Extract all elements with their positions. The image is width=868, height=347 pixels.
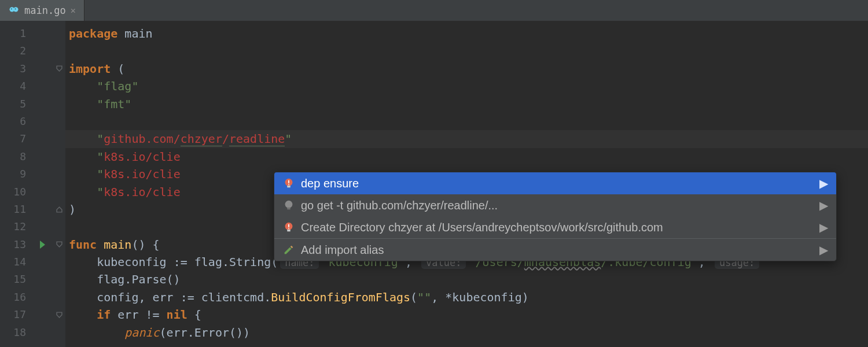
code-line: config, err := clientcmd.BuildConfigFrom… [65, 289, 868, 306]
close-tab-icon[interactable]: ✕ [71, 5, 76, 16]
line-number[interactable]: 6 [0, 113, 32, 130]
svg-rect-10 [288, 180, 289, 184]
run-gutter [32, 21, 53, 347]
svg-rect-13 [287, 208, 290, 210]
gutter-cell [32, 253, 53, 271]
intention-bulb-icon[interactable] [85, 116, 95, 127]
gutter-cell [32, 165, 53, 183]
intention-item[interactable]: dep ensure▶ [274, 172, 836, 194]
fold-toggle-icon[interactable] [53, 201, 65, 218]
fold-cell [53, 148, 65, 165]
gutter-cell [32, 324, 53, 341]
line-number[interactable]: 2 [0, 42, 32, 60]
code-line: if err != nil { [65, 306, 868, 323]
code-line: panic(err.Error()) [65, 324, 868, 341]
run-icon[interactable] [40, 241, 45, 249]
svg-rect-9 [287, 186, 290, 188]
fold-cell [53, 253, 65, 271]
bulb-red-icon [282, 221, 295, 234]
line-number[interactable]: 4 [0, 77, 32, 95]
line-number[interactable]: 13 [0, 236, 32, 253]
intention-label: Add import alias [301, 243, 384, 257]
editor: 123456789101112131415161718 package main… [0, 21, 868, 347]
fold-cell [53, 42, 65, 60]
fold-cell [53, 130, 65, 147]
gutter-cell [32, 77, 53, 95]
fold-cell [53, 95, 65, 113]
svg-rect-15 [287, 230, 290, 232]
code-line [65, 113, 868, 130]
gutter-cell [32, 42, 53, 60]
submenu-arrow-icon: ▶ [819, 220, 828, 234]
line-number[interactable]: 14 [0, 253, 32, 271]
svg-point-1 [13, 7, 18, 12]
fold-cell [53, 218, 65, 235]
fold-cell [53, 113, 65, 130]
code-line: "fmt" [65, 95, 868, 113]
line-number[interactable]: 11 [0, 201, 32, 218]
intention-item[interactable]: Add import alias▶ [274, 239, 836, 261]
gutter-cell [32, 289, 53, 306]
tab-filename: main.go [24, 5, 66, 16]
file-tab[interactable]: main.go ✕ [0, 0, 84, 21]
fold-gutter [53, 21, 65, 347]
bulb-grey-icon [282, 199, 295, 212]
gutter-cell [32, 306, 53, 323]
line-number[interactable]: 5 [0, 95, 32, 113]
fold-cell [53, 77, 65, 95]
bulb-red-icon [282, 177, 295, 190]
intention-label: go get -t github.com/chzyer/readline/... [301, 199, 498, 212]
gutter-cell [32, 271, 53, 288]
intention-label: Create Directory chzyer at /Users/andrey… [301, 221, 663, 234]
fold-cell [53, 183, 65, 201]
gutter-cell [32, 60, 53, 77]
intention-popup: dep ensure▶go get -t github.com/chzyer/r… [274, 172, 837, 261]
gutter-cell [32, 113, 53, 130]
svg-rect-16 [288, 224, 289, 228]
fold-cell [53, 271, 65, 288]
gutter-cell [32, 25, 53, 42]
code-line: "k8s.io/clie [65, 148, 868, 165]
code-line: flag.Parse() [65, 271, 868, 288]
code-area[interactable]: package main import ( "flag" "fmt" "gith… [65, 21, 868, 347]
code-line: "github.com/chzyer/readline" [65, 130, 868, 147]
gutter-cell [32, 148, 53, 165]
line-number-gutter: 123456789101112131415161718 [0, 21, 32, 347]
code-line: package main [65, 25, 868, 42]
line-number[interactable]: 18 [0, 324, 32, 341]
code-line [65, 42, 868, 60]
gutter-cell [32, 95, 53, 113]
svg-point-2 [11, 9, 12, 10]
svg-point-11 [288, 184, 289, 185]
line-number[interactable]: 9 [0, 165, 32, 183]
go-file-icon [8, 5, 20, 16]
gutter-cell [32, 183, 53, 201]
line-number[interactable]: 17 [0, 306, 32, 323]
pencil-icon [282, 243, 295, 256]
gutter-cell [32, 218, 53, 235]
intention-item[interactable]: go get -t github.com/chzyer/readline/...… [274, 194, 836, 216]
fold-cell [53, 289, 65, 306]
gutter-cell [32, 236, 53, 253]
fold-toggle-icon[interactable] [53, 236, 65, 253]
intention-label: dep ensure [301, 177, 359, 190]
line-number[interactable]: 3 [0, 60, 32, 77]
line-number[interactable]: 7 [0, 130, 32, 147]
fold-toggle-icon[interactable] [53, 306, 65, 323]
fold-toggle-icon[interactable] [53, 60, 65, 77]
submenu-arrow-icon: ▶ [819, 243, 828, 257]
line-number[interactable]: 16 [0, 289, 32, 306]
fold-cell [53, 324, 65, 341]
code-line: import ( [65, 60, 868, 77]
code-line: "flag" [65, 77, 868, 95]
submenu-arrow-icon: ▶ [819, 176, 828, 190]
line-number[interactable]: 10 [0, 183, 32, 201]
svg-point-12 [285, 201, 293, 208]
line-number[interactable]: 1 [0, 25, 32, 42]
gutter-cell [32, 201, 53, 218]
line-number[interactable]: 12 [0, 218, 32, 235]
svg-point-3 [15, 9, 16, 10]
intention-item[interactable]: Create Directory chzyer at /Users/andrey… [274, 216, 836, 238]
line-number[interactable]: 15 [0, 271, 32, 288]
line-number[interactable]: 8 [0, 148, 32, 165]
